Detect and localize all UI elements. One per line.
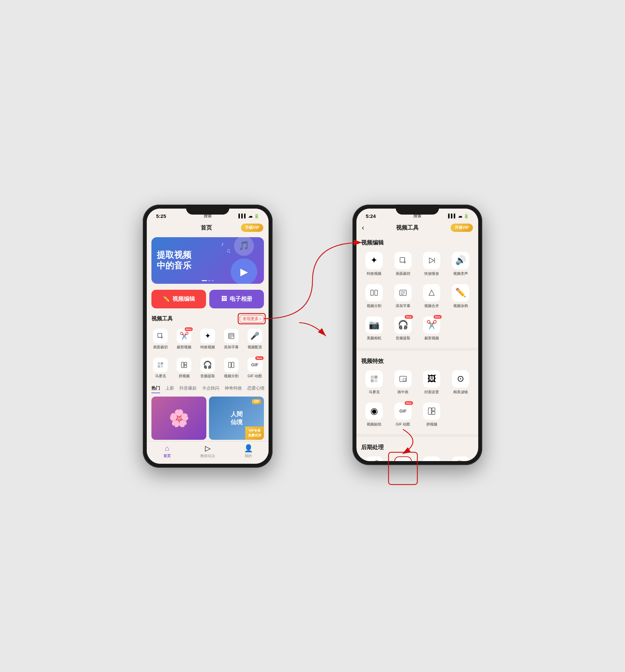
- tool-item-gif[interactable]: New GIF GIF 动图: [244, 355, 266, 381]
- discover-more-button[interactable]: 发现更多 ›: [239, 315, 264, 323]
- tools-section-header: 视频工具 发现更多 ›: [147, 312, 269, 325]
- icon-compress: [394, 456, 412, 461]
- back-button[interactable]: ‹: [362, 223, 364, 232]
- nav-home[interactable]: ⌂ 首页: [147, 444, 187, 458]
- svg-rect-14: [229, 362, 231, 367]
- tool-reverse[interactable]: 视频倒放: [419, 454, 445, 461]
- new-badge-gif: New: [255, 356, 263, 360]
- audio-extract-icon: 🎧: [200, 358, 215, 372]
- notch-1: [186, 205, 229, 215]
- svg-rect-37: [432, 411, 435, 414]
- tool-item-audio-extract[interactable]: 🎧 音频提取: [197, 355, 219, 381]
- section-title-post: 后期处理: [361, 443, 473, 451]
- tools-scrollable[interactable]: 视频编辑 ✦ 特效视频 画面裁切: [356, 235, 478, 461]
- album-button[interactable]: 🖼 电子相册: [209, 290, 264, 308]
- edit-icon: ✏️: [163, 295, 170, 303]
- svg-rect-23: [375, 290, 377, 295]
- tool-mosaic-2[interactable]: 马赛克: [361, 367, 387, 397]
- time-1: 5:25: [156, 213, 166, 219]
- battery-icon-2: 🔋: [464, 214, 469, 219]
- nav-profile[interactable]: 👤 我的: [228, 444, 269, 458]
- crop-icon: [153, 329, 168, 343]
- tool-color-grade[interactable]: 🎨 视频调色: [448, 454, 474, 461]
- video-thumb-2[interactable]: 人間仙境 VIP VIP专享免费试用: [209, 397, 264, 440]
- tool-item-collage[interactable]: 拼视频: [173, 355, 195, 381]
- tool-filter[interactable]: ⊙ 精美滤镜: [448, 367, 474, 397]
- video-edit-button[interactable]: ✏️ 视频编辑: [152, 290, 206, 308]
- vip-button-2[interactable]: 升级VIP: [450, 223, 473, 232]
- tool-voice-change[interactable]: 🔊 视频变声: [448, 249, 474, 279]
- tool-item-effects[interactable]: ✦ 特效视频: [197, 326, 219, 352]
- tab-love[interactable]: 恋爱心情: [247, 385, 264, 393]
- svg-rect-32: [374, 379, 377, 382]
- between-arrow: [293, 269, 332, 403]
- tool-split[interactable]: 视频分割: [361, 282, 387, 311]
- nav-tutorial[interactable]: ▷ 教程玩法: [187, 444, 228, 458]
- music-note-1: ♪: [221, 241, 224, 247]
- tab-douyin[interactable]: 抖音爆款: [179, 385, 197, 393]
- icon-subtitle: [394, 284, 412, 302]
- tool-item-clip[interactable]: New ✂️ 裁剪视频: [173, 326, 195, 352]
- battery-icon-1: 🔋: [254, 214, 259, 219]
- bottom-nav: ⌂ 首页 ▷ 教程玩法 👤 我的: [147, 441, 269, 464]
- vip-button-1[interactable]: 升级VIP: [241, 223, 263, 232]
- svg-marker-20: [429, 258, 434, 263]
- svg-rect-7: [158, 362, 160, 365]
- svg-marker-28: [429, 290, 434, 295]
- tool-clip-video[interactable]: New ✂️ 裁剪视频: [419, 314, 445, 343]
- profile-icon: 👤: [244, 444, 253, 453]
- tool-dubbing-2[interactable]: 🎤 视频配音: [361, 454, 387, 461]
- tool-beauty-cam[interactable]: 📷 美颜相机: [361, 314, 387, 343]
- tab-effects[interactable]: 神奇特效: [225, 385, 242, 393]
- arrow-container: [293, 205, 332, 468]
- tool-item-mosaic[interactable]: 马赛克: [149, 355, 172, 381]
- tool-effects-video[interactable]: ✦ 特效视频: [361, 249, 387, 279]
- video-thumb-1[interactable]: 🌸: [152, 397, 206, 440]
- tool-speed[interactable]: 快放慢放: [419, 249, 445, 279]
- section-post-process: 后期处理 🎤 视频配音 视频压缩: [356, 439, 478, 461]
- collage-icon: [177, 358, 191, 372]
- icon-filter: ⊙: [452, 370, 469, 388]
- video-grid: 🌸 人間仙境 VIP VIP专享免费试用: [147, 395, 269, 441]
- banner-play-icon: ▶: [231, 259, 257, 284]
- tool-item-crop[interactable]: 画面裁切: [149, 326, 172, 352]
- mosaic-icon: [153, 358, 168, 372]
- svg-rect-30: [374, 376, 377, 379]
- tool-audio-extract-2[interactable]: New 🎧 音频提取: [390, 314, 416, 343]
- icon-split: [365, 284, 383, 302]
- notch-2: [396, 205, 439, 215]
- svg-rect-12: [184, 362, 187, 365]
- tool-subtitle[interactable]: 添加字幕: [390, 282, 416, 311]
- status-icons-2: ▌▌▌ ☁ 🔋: [448, 214, 469, 219]
- tool-doodle[interactable]: ✏️ 视频涂鸦: [448, 282, 474, 311]
- tools-grid-effects: 马赛克 画中画 🖼 封面设置 ⊙: [361, 367, 473, 430]
- tool-pip[interactable]: 画中画: [390, 367, 416, 397]
- svg-rect-29: [371, 376, 374, 379]
- tool-item-dubbing[interactable]: 🎤 视频配音: [244, 326, 266, 352]
- time-2: 5:24: [366, 213, 376, 219]
- tab-new[interactable]: 上新: [165, 385, 174, 393]
- tool-collage-2[interactable]: 拼视频: [419, 400, 445, 430]
- banner-music-icon: 🎵: [234, 237, 254, 256]
- icon-beauty-cam: 📷: [365, 316, 383, 334]
- icon-effects-video: ✦: [365, 252, 383, 269]
- svg-rect-35: [428, 408, 431, 414]
- tool-item-split[interactable]: 视频分割: [220, 355, 242, 381]
- banner-dots: [202, 280, 214, 281]
- banner-1: 提取视频 中的音乐 ♪ ♫ 🎵 ▶: [152, 237, 264, 284]
- tool-crop-frame[interactable]: 画面裁切: [390, 249, 416, 279]
- tab-karaoke[interactable]: 卡点快闪: [202, 385, 219, 393]
- icon-sticker: ◉: [365, 403, 383, 420]
- tab-hot[interactable]: 热门: [152, 385, 160, 393]
- tool-item-subtitle[interactable]: 添加字幕: [220, 326, 242, 352]
- tool-merge[interactable]: 视频合并: [419, 282, 445, 311]
- tool-compress[interactable]: 视频压缩: [390, 454, 416, 461]
- svg-rect-11: [181, 362, 184, 367]
- tool-cover[interactable]: 🖼 封面设置: [419, 367, 445, 397]
- split-icon: [224, 358, 239, 372]
- tool-sticker[interactable]: ◉ 视频贴纸: [361, 400, 387, 430]
- tool-gif-2[interactable]: New GIF GIF 动图: [390, 400, 416, 430]
- signal-icon-1: ▌▌▌: [238, 214, 247, 218]
- page-title-1: 首页: [201, 224, 212, 232]
- icon-cover: 🖼: [423, 370, 440, 388]
